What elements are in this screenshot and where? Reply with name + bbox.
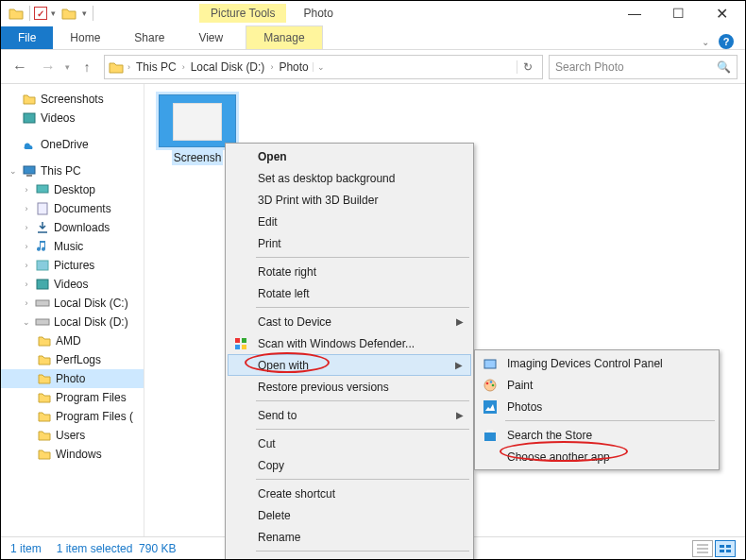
svg-rect-7 [36, 300, 49, 306]
minimize-button[interactable]: — [613, 1, 656, 25]
menu-edit[interactable]: Edit [228, 211, 471, 232]
tree-item[interactable]: PerfLogs [1, 350, 144, 369]
menu-rename[interactable]: Rename [228, 526, 471, 548]
file-tab[interactable]: File [1, 26, 53, 49]
chevron-right-icon[interactable]: › [22, 204, 31, 213]
menu-photos[interactable]: Photos [477, 396, 717, 417]
menu-cast[interactable]: Cast to Device▶ [228, 311, 471, 332]
videos-icon [35, 277, 50, 292]
breadcrumb[interactable]: Photo [277, 60, 310, 74]
tree-item[interactable]: Windows [1, 445, 144, 464]
qat-properties-icon[interactable]: ✓ [34, 7, 47, 20]
tree-item[interactable]: Videos [1, 109, 144, 127]
tree-item-photo[interactable]: Photo [1, 369, 144, 388]
status-selected-size: 790 KB [139, 542, 176, 555]
view-thumbnails-icon[interactable] [715, 540, 736, 557]
tree-item[interactable]: ›Downloads [1, 218, 144, 237]
search-input[interactable]: Search Photo 🔍 [549, 55, 738, 79]
chevron-right-icon[interactable]: › [22, 298, 31, 308]
svg-point-21 [492, 383, 495, 386]
chevron-right-icon[interactable]: › [22, 185, 31, 195]
menu-open[interactable]: Open [228, 145, 471, 167]
chevron-right-icon[interactable]: › [22, 242, 31, 251]
tree-item[interactable]: Screenshots [1, 90, 144, 109]
quick-access-toolbar: ✓ ▾ ▾ [3, 4, 95, 23]
tree-item-drive-d[interactable]: ⌄Local Disk (D:) [1, 313, 144, 331]
tab-home[interactable]: Home [53, 26, 117, 49]
svg-rect-10 [726, 545, 731, 548]
chevron-right-icon[interactable]: › [22, 261, 31, 270]
tree-item[interactable]: Program Files [1, 388, 144, 407]
address-bar[interactable]: › This PC › Local Disk (D:) › Photo ⌄ ↻ [104, 55, 543, 79]
menu-paint[interactable]: Paint [477, 374, 717, 396]
tree-item[interactable]: ›Local Disk (C:) [1, 294, 144, 313]
menu-defender[interactable]: Scan with Windows Defender... [228, 332, 471, 354]
view-details-icon[interactable] [692, 540, 713, 557]
address-history-icon[interactable]: ⌄ [313, 62, 329, 72]
back-button[interactable]: ← [8, 56, 31, 78]
breadcrumb[interactable]: This PC [134, 60, 178, 74]
tab-share[interactable]: Share [117, 26, 181, 49]
maximize-button[interactable]: ☐ [656, 1, 700, 25]
tab-view[interactable]: View [181, 26, 240, 49]
menu-rotate-left[interactable]: Rotate left [228, 282, 471, 304]
tree-item[interactable]: Program Files ( [1, 407, 144, 426]
close-button[interactable]: ✕ [700, 1, 743, 25]
menu-create-shortcut[interactable]: Create shortcut [228, 483, 471, 504]
menu-choose-another-app[interactable]: Choose another app [477, 446, 717, 467]
qat-customize-icon[interactable]: ▾ [80, 8, 89, 18]
menu-imaging-cp[interactable]: Imaging Devices Control Panel [477, 352, 717, 374]
onedrive-icon [22, 137, 37, 152]
recent-locations-icon[interactable]: ▾ [65, 62, 70, 72]
tree-item[interactable]: Users [1, 426, 144, 445]
up-button[interactable]: ↑ [76, 56, 98, 78]
thumbnail-label: Screensh [172, 150, 224, 165]
svg-rect-4 [38, 203, 47, 214]
svg-rect-2 [26, 175, 32, 177]
menu-cut[interactable]: Cut [228, 433, 471, 454]
tree-item[interactable]: ›Pictures [1, 256, 144, 275]
tree-item[interactable]: ›Documents [1, 199, 144, 218]
menu-search-store[interactable]: Search the Store [477, 424, 717, 446]
menu-delete[interactable]: Delete [228, 504, 471, 526]
breadcrumb[interactable]: Local Disk (D:) [189, 60, 267, 74]
chevron-down-icon[interactable]: ⌄ [8, 166, 18, 176]
downloads-icon [35, 220, 50, 235]
folder-icon[interactable] [7, 4, 25, 23]
tree-item-thispc[interactable]: ⌄This PC [1, 161, 144, 180]
menu-copy[interactable]: Copy [228, 454, 471, 476]
tree-item[interactable]: ›Videos [1, 275, 144, 294]
tree-item[interactable]: ›Desktop [1, 180, 144, 199]
tree-item[interactable]: ›Music [1, 237, 144, 256]
chevron-right-icon[interactable]: › [22, 223, 31, 232]
tree-item[interactable]: AMD [1, 331, 144, 350]
refresh-icon[interactable]: ↻ [517, 60, 538, 74]
ribbon-collapse-icon[interactable]: ⌄ [702, 37, 709, 47]
menu-set-background[interactable]: Set as desktop background [228, 167, 471, 189]
chevron-right-icon[interactable]: › [180, 62, 187, 72]
tree-item-onedrive[interactable]: OneDrive [1, 135, 144, 154]
chevron-right-icon[interactable]: › [22, 280, 31, 289]
chevron-right-icon[interactable]: › [268, 62, 275, 72]
navigation-tree[interactable]: Screenshots Videos OneDrive ⌄This PC ›De… [1, 84, 144, 536]
qat-dropdown-icon[interactable]: ▾ [49, 8, 58, 18]
help-icon[interactable]: ? [719, 34, 734, 49]
menu-send-to[interactable]: Send to▶ [228, 404, 471, 426]
menu-3d-print[interactable]: 3D Print with 3D Builder [228, 189, 471, 211]
chevron-right-icon: ▶ [455, 360, 463, 370]
svg-rect-23 [484, 433, 496, 441]
forward-button[interactable]: → [37, 56, 59, 78]
menu-rotate-right[interactable]: Rotate right [228, 261, 471, 282]
chevron-right-icon[interactable]: › [126, 62, 132, 72]
folder-icon [37, 352, 52, 367]
qat-newfolder-icon[interactable] [59, 4, 78, 23]
svg-rect-1 [24, 166, 35, 174]
svg-rect-13 [235, 338, 240, 343]
menu-properties[interactable]: Properties [228, 554, 471, 560]
svg-rect-5 [37, 261, 48, 270]
menu-print[interactable]: Print [228, 232, 471, 254]
menu-open-with[interactable]: Open with▶ [228, 354, 471, 376]
tab-manage[interactable]: Manage [246, 25, 322, 49]
menu-restore-versions[interactable]: Restore previous versions [228, 376, 471, 398]
chevron-down-icon[interactable]: ⌄ [22, 317, 31, 327]
